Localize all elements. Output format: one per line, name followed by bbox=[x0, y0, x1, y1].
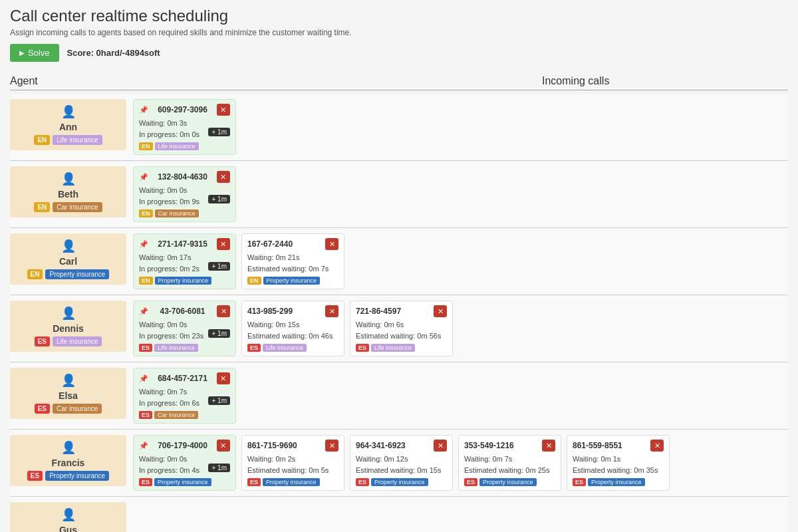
agent-name: Francis bbox=[52, 458, 85, 468]
agent-row: 👤 Beth EN Car insurance 📌 132-804-4630 ✕… bbox=[10, 161, 788, 228]
agent-skill-badge: Property insurance bbox=[45, 471, 109, 481]
agent-lang-badge: EN bbox=[34, 135, 50, 145]
call-info: Waiting: 0m 0s In progress: 0m 23s + 1m bbox=[139, 319, 230, 341]
agent-card: 👤 Ann EN Life insurance bbox=[10, 99, 126, 150]
agent-card: 👤 Dennis ES Life insurance bbox=[10, 301, 126, 352]
call-header: 964-341-6923 ✕ bbox=[356, 440, 447, 452]
call-tags: ES Property insurance bbox=[356, 478, 447, 486]
solve-bar: Solve Score: 0hard/-4894soft bbox=[10, 44, 788, 62]
agent-skills: EN Life insurance bbox=[34, 135, 102, 145]
call-info: Waiting: 0m 0s In progress: 0m 9s + 1m bbox=[139, 185, 230, 207]
call-tags: ES Property insurance bbox=[247, 478, 338, 486]
call-lang-tag: ES bbox=[247, 344, 261, 352]
reject-button[interactable]: ✕ bbox=[650, 440, 664, 452]
add-minute-button[interactable]: + 1m bbox=[208, 329, 230, 338]
call-lang-tag: ES bbox=[356, 478, 369, 486]
call-card: 📌 43-706-6081 ✕ Waiting: 0m 0s In progre… bbox=[133, 301, 236, 356]
add-minute-button[interactable]: + 1m bbox=[208, 396, 230, 405]
call-card: 964-341-6923 ✕ Waiting: 0m 12s Estimated… bbox=[350, 435, 453, 491]
reject-icon: ✕ bbox=[329, 442, 335, 450]
calls-area: 📌 271-147-9315 ✕ Waiting: 0m 17s In prog… bbox=[133, 233, 344, 289]
call-card: 📌 684-457-2171 ✕ Waiting: 0m 7s In progr… bbox=[133, 368, 236, 424]
call-skill-tag: Property insurance bbox=[155, 277, 212, 285]
calls-area: 📌 609-297-3096 ✕ Waiting: 0m 3s In progr… bbox=[133, 99, 236, 155]
col-calls-label: Incoming calls bbox=[143, 75, 788, 87]
call-info: Waiting: 0m 7s Estimated waiting: 0m 25s bbox=[464, 454, 555, 475]
agent-row: 👤 Ann EN Life insurance 📌 609-297-3096 ✕… bbox=[10, 94, 788, 161]
add-minute-button[interactable]: + 1m bbox=[208, 262, 230, 271]
agent-skill-badge: Life insurance bbox=[53, 135, 102, 145]
call-skill-tag: Life insurance bbox=[371, 344, 415, 352]
agent-name: Dennis bbox=[53, 323, 84, 334]
call-lang-tag: ES bbox=[573, 478, 586, 486]
agent-icon: 👤 bbox=[61, 239, 76, 253]
add-minute-button[interactable]: + 1m bbox=[208, 128, 230, 136]
score-display: Score: 0hard/-4894soft bbox=[67, 48, 160, 58]
call-lang-tag: ES bbox=[139, 344, 152, 352]
call-header: 167-67-2440 ✕ bbox=[247, 238, 338, 250]
calls-area: 📌 43-706-6081 ✕ Waiting: 0m 0s In progre… bbox=[133, 301, 453, 356]
call-skill-tag: Property insurance bbox=[263, 478, 320, 486]
reject-button[interactable]: ✕ bbox=[434, 305, 447, 317]
reject-icon: ✕ bbox=[220, 173, 226, 182]
call-info: Waiting: 0m 12s Estimated waiting: 0m 15… bbox=[356, 454, 447, 475]
add-minute-button[interactable]: + 1m bbox=[208, 464, 230, 472]
call-card: 📌 271-147-9315 ✕ Waiting: 0m 17s In prog… bbox=[133, 233, 236, 289]
agent-skills: EN Car insurance bbox=[34, 202, 102, 212]
call-skill-tag: Property insurance bbox=[263, 277, 321, 285]
call-tags: EN Car insurance bbox=[139, 209, 230, 217]
call-header: 353-549-1216 ✕ bbox=[464, 440, 555, 452]
reject-icon: ✕ bbox=[220, 442, 226, 450]
reject-button[interactable]: ✕ bbox=[325, 440, 338, 452]
pin-icon: 📌 bbox=[139, 374, 148, 383]
call-header: 📌 684-457-2171 ✕ bbox=[139, 372, 230, 384]
call-number: 353-549-1216 bbox=[464, 441, 514, 450]
agent-icon: 👤 bbox=[61, 306, 76, 321]
reject-icon: ✕ bbox=[438, 307, 444, 316]
call-header: 861-559-8551 ✕ bbox=[573, 440, 664, 452]
agent-skill-badge: Car insurance bbox=[53, 404, 102, 414]
reject-button[interactable]: ✕ bbox=[217, 305, 230, 317]
reject-button[interactable]: ✕ bbox=[217, 238, 230, 250]
add-minute-button[interactable]: + 1m bbox=[208, 195, 230, 203]
call-number: 861-559-8551 bbox=[573, 441, 622, 450]
reject-button[interactable]: ✕ bbox=[217, 372, 230, 384]
reject-button[interactable]: ✕ bbox=[325, 238, 338, 250]
reject-button[interactable]: ✕ bbox=[217, 440, 230, 452]
call-tags: ES Property insurance bbox=[464, 478, 555, 486]
reject-button[interactable]: ✕ bbox=[542, 440, 555, 452]
call-info: Waiting: 0m 15s Estimated waiting: 0m 46… bbox=[247, 319, 338, 341]
call-number: 609-297-3096 bbox=[158, 105, 207, 114]
call-tags: ES Life insurance bbox=[356, 344, 447, 352]
agent-icon: 👤 bbox=[61, 507, 76, 522]
agent-skills: ES Life insurance bbox=[35, 336, 102, 346]
call-card: 413-985-299 ✕ Waiting: 0m 15s Estimated … bbox=[241, 301, 344, 356]
call-tags: EN Property insurance bbox=[247, 277, 338, 285]
call-info: Waiting: 0m 3s In progress: 0m 0s + 1m bbox=[139, 118, 230, 140]
call-card: 861-559-8551 ✕ Waiting: 0m 1s Estimated … bbox=[567, 435, 670, 491]
agent-row: 👤 Francis ES Property insurance 📌 706-17… bbox=[10, 430, 788, 497]
reject-button[interactable]: ✕ bbox=[217, 171, 230, 183]
call-lang-tag: ES bbox=[247, 478, 261, 486]
call-number: 721-86-4597 bbox=[356, 307, 401, 316]
call-card: 861-715-9690 ✕ Waiting: 0m 2s Estimated … bbox=[241, 435, 344, 491]
call-info: Waiting: 0m 2s Estimated waiting: 0m 5s bbox=[247, 454, 338, 475]
call-number: 167-67-2440 bbox=[247, 239, 293, 249]
call-skill-tag: Car insurance bbox=[154, 411, 198, 419]
solve-button[interactable]: Solve bbox=[10, 44, 59, 62]
agent-name: Gus bbox=[59, 525, 77, 532]
agent-icon: 👤 bbox=[61, 172, 76, 186]
reject-button[interactable]: ✕ bbox=[434, 440, 447, 452]
reject-button[interactable]: ✕ bbox=[325, 305, 338, 317]
agents-container: 👤 Ann EN Life insurance 📌 609-297-3096 ✕… bbox=[10, 94, 788, 532]
call-number: 964-341-6923 bbox=[356, 441, 406, 450]
call-number: 706-179-4000 bbox=[158, 441, 207, 450]
agent-name: Beth bbox=[58, 189, 78, 200]
call-header: 413-985-299 ✕ bbox=[247, 305, 338, 317]
call-header: 📌 43-706-6081 ✕ bbox=[139, 305, 230, 317]
call-card: 📌 609-297-3096 ✕ Waiting: 0m 3s In progr… bbox=[133, 99, 236, 155]
reject-button[interactable]: ✕ bbox=[217, 104, 230, 116]
call-number: 861-715-9690 bbox=[247, 441, 297, 450]
agent-card: 👤 Elsa ES Car insurance bbox=[10, 368, 126, 419]
call-info: Waiting: 0m 0s In progress: 0m 4s + 1m bbox=[139, 454, 230, 475]
